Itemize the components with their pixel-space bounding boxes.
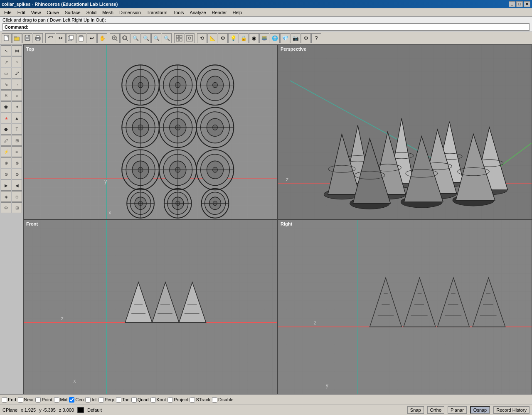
ortho-button[interactable]: Ortho [427, 406, 445, 414]
toolbar-camera[interactable]: 📷 [291, 33, 300, 43]
snap-int-checkbox[interactable]: Int [85, 397, 96, 403]
layer-color-swatch[interactable] [77, 407, 84, 413]
snap-point-checkbox[interactable]: Point [35, 397, 52, 403]
toolbar-globe[interactable]: 🌐 [270, 33, 280, 43]
sidebar-extra5[interactable]: ⊙ [1, 169, 11, 179]
snap-perp-checkbox[interactable]: Perp [99, 397, 114, 403]
menu-render[interactable]: Render [209, 9, 229, 16]
osnap-button[interactable]: Osnap [470, 406, 490, 414]
sidebar-extra3[interactable]: ⊕ [1, 157, 11, 168]
menu-view[interactable]: View [29, 9, 44, 16]
toolbar-options[interactable]: ⚙ [218, 33, 228, 43]
toolbar-redo[interactable]: ↩ [87, 33, 97, 43]
menu-mesh[interactable]: Mesh [100, 9, 116, 16]
menu-edit[interactable]: Edit [15, 9, 28, 16]
menu-help[interactable]: Help [230, 9, 245, 16]
toolbar-lock[interactable]: 🔒 [239, 33, 249, 43]
record-history-button[interactable]: Record History [493, 406, 530, 414]
sidebar-star[interactable]: ✦ [12, 101, 22, 112]
sidebar-select2[interactable]: ⋈ [12, 45, 22, 56]
menu-transform[interactable]: Transform [144, 9, 170, 16]
sidebar-extra11[interactable]: ⚙ [1, 202, 11, 213]
snap-near-checkbox[interactable]: Near [18, 397, 34, 403]
toolbar-save[interactable] [22, 33, 32, 43]
snap-disable-checkbox[interactable]: Disable [212, 397, 234, 403]
menu-surface[interactable]: Surface [62, 9, 83, 16]
menu-solid[interactable]: Solid [84, 9, 99, 16]
command-input[interactable] [30, 25, 527, 29]
toolbar-print[interactable] [33, 33, 43, 43]
menu-tools[interactable]: Tools [171, 9, 187, 16]
sidebar-extra1[interactable]: ⚡ [1, 146, 11, 157]
sidebar-polyline[interactable]: ↗ [1, 56, 11, 67]
sidebar-arrow[interactable]: → [12, 79, 22, 90]
toolbar-paste[interactable] [76, 33, 86, 43]
menu-analyze[interactable]: Analyze [187, 9, 208, 16]
sidebar-extra7[interactable]: ▶ [1, 180, 11, 191]
menu-curve[interactable]: Curve [44, 9, 61, 16]
command-input-row[interactable]: Command: [2, 23, 530, 31]
close-button[interactable]: ✕ [524, 1, 530, 7]
sidebar-s-tool[interactable]: S [1, 90, 11, 101]
toolbar-zoom-sel[interactable]: 🔍 [141, 33, 151, 43]
sidebar-curve[interactable]: 🖊 [12, 68, 22, 79]
snap-end-checkbox[interactable]: End [2, 397, 16, 403]
sidebar-rect[interactable]: ▭ [1, 68, 11, 79]
sidebar-extra6[interactable]: ⊘ [12, 169, 22, 179]
toolbar-zoom-ext[interactable] [110, 33, 120, 43]
sidebar-extra4[interactable]: ⊗ [12, 157, 22, 168]
sidebar-cone[interactable]: ▲ [12, 113, 22, 123]
sidebar-extra9[interactable]: ◈ [1, 191, 11, 202]
sidebar-triangle[interactable]: 🔺 [1, 113, 11, 123]
sidebar-text[interactable]: T [12, 124, 22, 135]
snap-tan-checkbox[interactable]: Tan [116, 397, 130, 403]
minimize-button[interactable]: _ [509, 1, 515, 7]
sidebar-grid2[interactable]: ⊞ [12, 135, 22, 146]
toolbar-properties[interactable]: 📐 [207, 33, 217, 43]
toolbar-open[interactable] [12, 33, 22, 43]
toolbar-gem[interactable]: 💎 [280, 33, 290, 43]
sidebar-select[interactable]: ↖ [1, 45, 11, 56]
viewport-front[interactable]: Front z x [23, 219, 278, 394]
maximize-button[interactable]: □ [516, 1, 523, 7]
viewport-perspective[interactable]: Perspective z x y [278, 44, 532, 219]
snap-button[interactable]: Snap [407, 406, 424, 414]
menu-dimension[interactable]: Dimension [117, 9, 143, 16]
sidebar-extra12[interactable]: ⊞ [12, 202, 22, 213]
toolbar-help[interactable]: ? [311, 33, 321, 43]
menu-file[interactable]: File [2, 9, 14, 16]
toolbar-new[interactable] [2, 33, 12, 43]
snap-cen-checkbox[interactable]: Cen [69, 397, 84, 403]
sidebar-ellipse[interactable]: ○ [12, 90, 22, 101]
toolbar-undo[interactable] [45, 33, 55, 43]
toolbar-zoom-all[interactable]: 🔍 [131, 33, 140, 43]
toolbar-layer[interactable] [259, 33, 269, 43]
sidebar-pen[interactable]: 🖊 [1, 135, 11, 146]
sidebar-extra2[interactable]: ≡ [12, 146, 22, 157]
toolbar-shade[interactable]: 🔍 [151, 33, 161, 43]
sidebar-extra10[interactable]: ◇ [12, 191, 22, 202]
sidebar-extra8[interactable]: ◀ [12, 180, 22, 191]
toolbar-osnap[interactable]: ◉ [249, 33, 259, 43]
snap-knot-checkbox[interactable]: Knot [150, 397, 166, 403]
toolbar-cut[interactable]: ✂ [56, 33, 66, 43]
sidebar-wave[interactable]: ∿ [1, 79, 11, 90]
sidebar-hex[interactable]: ⬣ [1, 124, 11, 135]
sidebar-polygon[interactable]: ⬟ [1, 101, 11, 112]
toolbar-snap[interactable] [185, 33, 195, 43]
viewport-top[interactable]: Top y x [23, 44, 278, 219]
snap-quad-checkbox[interactable]: Quad [131, 397, 149, 403]
sidebar-circle[interactable]: ○ [12, 56, 22, 67]
toolbar-copy[interactable] [66, 33, 76, 43]
snap-mid-checkbox[interactable]: Mid [54, 397, 68, 403]
toolbar-render-preview[interactable]: 🔍 [162, 33, 172, 43]
viewport-right[interactable]: Right z y [278, 219, 532, 394]
toolbar-zoom-win[interactable] [120, 33, 130, 43]
planar-button[interactable]: Planar [448, 406, 467, 414]
toolbar-light[interactable]: 💡 [228, 33, 238, 43]
snap-project-checkbox[interactable]: Project [167, 397, 188, 403]
toolbar-rotate[interactable]: ⟲ [197, 33, 207, 43]
toolbar-settings[interactable]: ⚙ [301, 33, 311, 43]
toolbar-pan[interactable]: ✋ [97, 33, 107, 43]
toolbar-grid[interactable] [174, 33, 184, 43]
